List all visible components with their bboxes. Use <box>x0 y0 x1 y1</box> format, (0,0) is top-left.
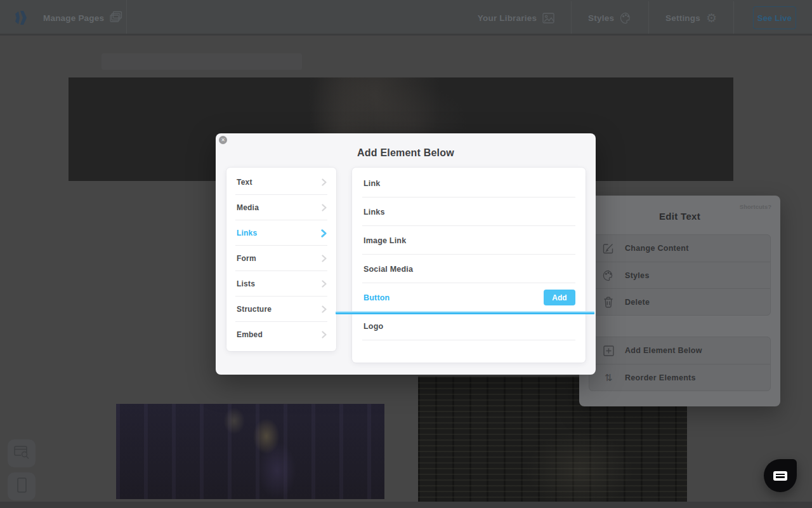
change-content-label: Change Content <box>625 244 689 253</box>
pages-icon <box>110 11 122 25</box>
toolbar-right-group: Your Libraries Styles <box>461 0 812 36</box>
settings-button[interactable]: Settings ⚙ <box>649 0 733 36</box>
element-image-link[interactable]: Image Link <box>352 226 586 255</box>
category-form[interactable]: Form <box>226 246 336 271</box>
chevron-right-icon <box>321 178 327 186</box>
toolbar-divider <box>733 1 734 35</box>
element-label: Logo <box>363 322 383 331</box>
content-image-left <box>116 404 384 499</box>
add-element-below-label: Add Element Below <box>625 346 702 355</box>
chevron-right-icon <box>321 255 327 262</box>
chevron-right-icon <box>321 204 327 211</box>
delete-label: Delete <box>625 298 650 307</box>
editor-stage: Manage Pages Your Libraries <box>0 0 812 508</box>
reorder-elements-label: Reorder Elements <box>625 373 696 382</box>
element-label: Button <box>363 293 390 302</box>
category-structure[interactable]: Structure <box>226 297 336 322</box>
element-logo[interactable]: Logo <box>352 312 586 340</box>
category-label: Lists <box>237 279 255 288</box>
preview-site-button[interactable] <box>8 439 36 467</box>
toolbar-left-group: Manage Pages <box>11 0 122 36</box>
element-list: Link Links Image Link Social Media Butto… <box>352 168 586 363</box>
category-links[interactable]: Links <box>226 220 336 246</box>
chevron-right-icon <box>321 280 327 288</box>
chat-launcher-button[interactable] <box>764 459 797 492</box>
chat-bubble-icon <box>773 471 787 481</box>
element-button[interactable]: Button Add <box>352 283 586 312</box>
modal-title: Add Element Below <box>216 147 596 159</box>
category-label: Links <box>237 229 257 237</box>
page-heading-placeholder <box>102 53 302 70</box>
category-list: Text Media Links Form Lists Structure <box>226 168 336 351</box>
delete-item[interactable]: Delete <box>589 288 770 315</box>
reorder-elements-item[interactable]: ⇅ Reorder Elements <box>589 364 770 391</box>
element-social-media[interactable]: Social Media <box>352 255 586 283</box>
category-media[interactable]: Media <box>226 195 336 220</box>
add-element-modal: ✕ Add Element Below Text Media Links For… <box>216 133 596 375</box>
styles-item[interactable]: Styles <box>589 262 770 288</box>
toolbar-divider <box>126 0 127 34</box>
element-label: Image Link <box>363 236 406 245</box>
browser-search-icon <box>14 445 30 462</box>
mobile-preview-button[interactable] <box>8 472 36 500</box>
mobile-phone-icon <box>17 478 27 495</box>
category-label: Structure <box>237 305 272 314</box>
edit-panel-group-2: Add Element Below ⇅ Reorder Elements <box>589 337 771 391</box>
settings-label: Settings <box>665 13 700 23</box>
element-label: Link <box>363 179 381 188</box>
change-content-item[interactable]: Change Content <box>589 235 770 262</box>
trash-icon <box>602 297 615 308</box>
edit-panel-title: Edit Text <box>579 211 780 222</box>
add-button[interactable]: Add <box>544 290 575 305</box>
your-libraries-label: Your Libraries <box>478 13 537 23</box>
category-label: Media <box>237 203 259 212</box>
category-lists[interactable]: Lists <box>226 271 336 297</box>
app-logo-icon[interactable] <box>11 8 30 27</box>
your-libraries-button[interactable]: Your Libraries <box>461 0 571 36</box>
category-embed[interactable]: Embed <box>226 322 336 347</box>
manage-pages-button[interactable]: Manage Pages <box>43 13 104 23</box>
page-bottom-edge <box>0 502 812 508</box>
shortcuts-link[interactable]: Shortcuts? <box>740 203 771 210</box>
top-toolbar: Manage Pages Your Libraries <box>0 0 812 36</box>
palette-icon <box>620 12 632 24</box>
palette-icon <box>602 270 615 281</box>
category-label: Embed <box>237 330 263 339</box>
styles-button[interactable]: Styles <box>572 0 648 36</box>
styles-label: Styles <box>588 13 614 23</box>
edit-text-panel: Shortcuts? Edit Text Change Content <box>579 196 780 406</box>
see-live-button[interactable]: See Live <box>753 6 796 29</box>
category-label: Text <box>237 178 252 187</box>
element-link[interactable]: Link <box>352 169 586 197</box>
insertion-indicator-line <box>336 311 594 314</box>
close-icon[interactable]: ✕ <box>219 136 227 144</box>
gear-icon: ⚙ <box>706 12 717 24</box>
chevron-right-icon <box>320 229 327 237</box>
edit-panel-group-1: Change Content Styles <box>589 234 771 316</box>
category-text[interactable]: Text <box>226 170 336 195</box>
edit-icon <box>602 243 615 254</box>
library-image-icon <box>542 13 554 23</box>
styles-item-label: Styles <box>625 271 650 280</box>
element-label: Social Media <box>363 265 413 274</box>
element-label: Links <box>363 208 385 217</box>
chevron-right-icon <box>321 305 327 313</box>
element-links[interactable]: Links <box>352 197 586 226</box>
chevron-right-icon <box>321 331 327 338</box>
plus-square-icon <box>602 345 615 356</box>
reorder-icon: ⇅ <box>602 373 615 382</box>
add-element-below-item[interactable]: Add Element Below <box>589 337 770 364</box>
category-label: Form <box>237 254 256 263</box>
